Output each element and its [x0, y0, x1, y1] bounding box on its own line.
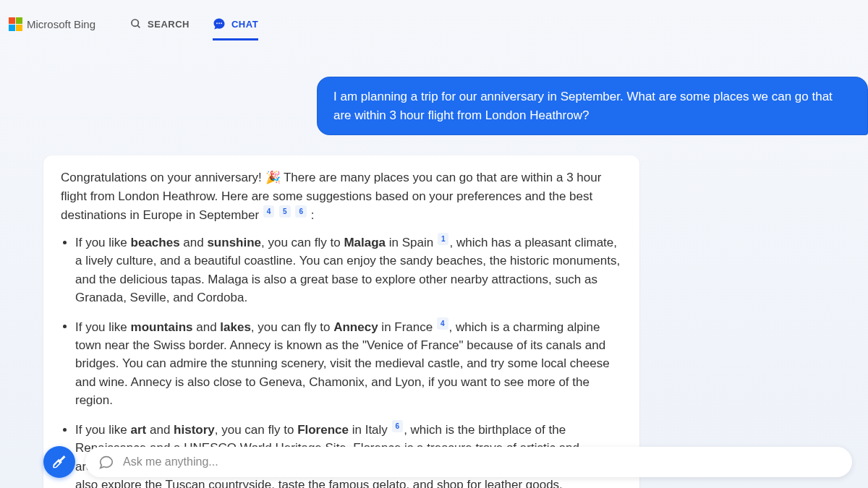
logo[interactable]: Microsoft Bing	[9, 17, 95, 31]
broom-icon	[51, 454, 67, 470]
citation-link[interactable]: 6	[295, 205, 307, 218]
chat-area: I am planning a trip for our anniversary…	[0, 48, 868, 488]
svg-point-3	[218, 22, 220, 24]
bot-intro: Congratulations on your anniversary! 🎉 T…	[61, 168, 622, 224]
citation-link[interactable]: 5	[279, 205, 291, 218]
tab-search-label: SEARCH	[148, 19, 190, 30]
chat-bubble-icon	[98, 454, 114, 470]
user-message: I am planning a trip for our anniversary…	[317, 77, 868, 135]
svg-point-2	[216, 22, 218, 24]
svg-point-0	[132, 20, 138, 26]
citation-link[interactable]: 6	[392, 420, 404, 432]
svg-line-1	[137, 25, 140, 27]
citation-link[interactable]: 1	[438, 233, 449, 245]
citation-link[interactable]: 4	[437, 317, 448, 330]
new-topic-button[interactable]	[43, 446, 75, 478]
bot-message: Congratulations on your anniversary! 🎉 T…	[43, 155, 639, 488]
search-icon	[130, 18, 142, 30]
chat-input-container[interactable]	[85, 447, 852, 477]
logo-text: Microsoft Bing	[27, 18, 95, 30]
tab-chat-label: CHAT	[231, 19, 258, 30]
list-item: If you like mountains and lakes, you can…	[75, 317, 622, 410]
header: Microsoft Bing SEARCH CHAT	[0, 0, 868, 48]
list-item: If you like beaches and sunshine, you ca…	[75, 233, 622, 307]
tab-search[interactable]: SEARCH	[130, 12, 190, 36]
input-bar	[43, 446, 852, 478]
citation-link[interactable]: 4	[263, 205, 275, 218]
chat-icon	[213, 17, 226, 30]
microsoft-logo-icon	[9, 17, 22, 31]
chat-input[interactable]	[123, 455, 839, 468]
svg-point-4	[221, 22, 222, 24]
tab-chat[interactable]: CHAT	[213, 12, 258, 36]
nav-tabs: SEARCH CHAT	[130, 12, 258, 36]
